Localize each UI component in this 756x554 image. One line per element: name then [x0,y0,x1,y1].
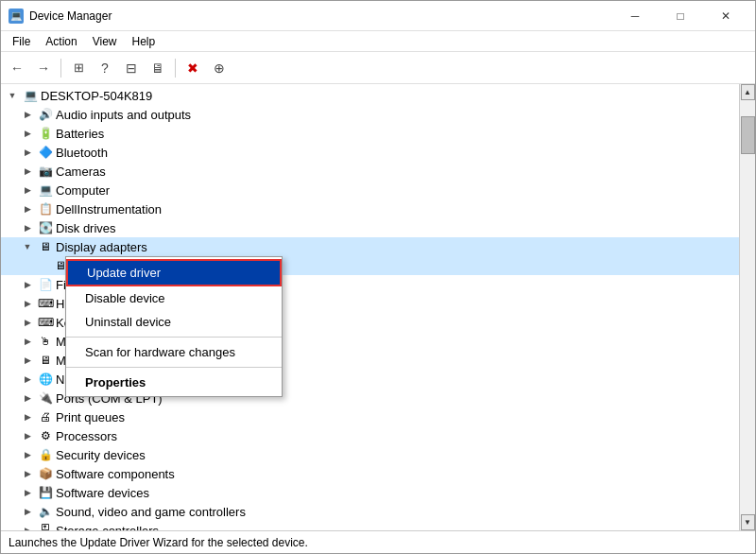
sw-devices-toggle[interactable]: ▶ [20,485,35,500]
computer-label: Computer [56,183,110,198]
menu-view[interactable]: View [85,33,125,50]
sw-devices-icon: 💾 [38,485,53,500]
toolbar-monitor[interactable]: 🖥 [146,56,170,80]
ports-toggle[interactable]: ▶ [20,390,35,406]
context-menu: Update driver Disable device Uninstall d… [65,256,283,397]
toolbar-delete[interactable]: ✖ [180,56,205,80]
tree-sound[interactable]: ▶ 🔈 Sound, video and game controllers [1,502,739,521]
sound-icon: 🔈 [38,504,53,519]
cameras-toggle[interactable]: ▶ [20,164,35,179]
network-toggle[interactable]: ▶ [20,372,35,387]
root-icon: 💻 [23,88,38,103]
dell-toggle[interactable]: ▶ [20,201,35,216]
ctx-separator-1 [66,337,282,338]
storage-toggle[interactable]: ▶ [20,523,35,530]
print-icon: 🖨 [38,409,53,424]
device-manager-window: 💻 Device Manager ─ □ ✕ File Action View … [0,0,756,554]
cameras-label: Cameras [56,164,106,179]
tree-storage[interactable]: ▶ 🗄 Storage controllers [1,521,739,530]
tree-cameras[interactable]: ▶ 📷 Cameras [1,162,739,181]
close-button[interactable]: ✕ [704,1,747,31]
audio-icon: 🔊 [38,107,53,122]
mice-toggle[interactable]: ▶ [20,334,35,349]
bluetooth-icon: 🔷 [38,145,53,160]
processors-label: Processors [56,429,117,443]
tree-disk[interactable]: ▶ 💽 Disk drives [1,218,739,237]
audio-toggle[interactable]: ▶ [20,107,35,122]
sw-devices-label: Software devices [56,486,149,500]
toolbar-add[interactable]: ⊕ [207,56,232,80]
display-label: Display adapters [56,240,147,254]
menu-bar: File Action View Help [1,31,755,52]
sw-components-toggle[interactable]: ▶ [20,466,35,481]
tree-display[interactable]: ▼ 🖥 Display adapters [1,237,739,256]
window-controls: ─ □ ✕ [613,1,747,31]
ctx-properties[interactable]: Properties [66,371,282,394]
processors-toggle[interactable]: ▶ [20,428,35,443]
ctx-disable-device[interactable]: Disable device [66,286,282,310]
display-toggle[interactable]: ▼ [20,239,35,254]
toolbar-separator-2 [175,59,176,78]
disk-toggle[interactable]: ▶ [20,220,35,235]
tree-sw-devices[interactable]: ▶ 💾 Software devices [1,483,739,502]
tree-bluetooth[interactable]: ▶ 🔷 Bluetooth [1,143,739,162]
minimize-button[interactable]: ─ [613,1,657,31]
ctx-separator-2 [66,367,282,368]
tree-sw-components[interactable]: ▶ 📦 Software components [1,464,739,483]
keyboards-toggle[interactable]: ▶ [20,315,35,330]
toolbar-grid[interactable]: ⊞ [66,56,91,80]
mice-icon: 🖱 [38,334,53,349]
tree-root[interactable]: ▼ 💻 DESKTOP-504K819 [1,86,739,105]
tree-dell[interactable]: ▶ 📋 DellInstrumentation [1,199,739,218]
menu-file[interactable]: File [5,33,38,50]
tree-batteries[interactable]: ▶ 🔋 Batteries [1,124,739,143]
bluetooth-toggle[interactable]: ▶ [20,145,35,160]
firmware-toggle[interactable]: ▶ [20,277,35,292]
scroll-down[interactable]: ▼ [741,514,755,530]
tree-processors[interactable]: ▶ ⚙ Processors [1,426,739,445]
tree-computer[interactable]: ▶ 💻 Computer [1,181,739,199]
status-text: Launches the Update Driver Wizard for th… [9,536,308,549]
dell-icon: 📋 [38,201,53,216]
menu-help[interactable]: Help [125,33,163,50]
maximize-button[interactable]: □ [659,1,702,31]
computer-toggle[interactable]: ▶ [20,182,35,198]
window-title: Device Manager [29,9,613,23]
root-label: DESKTOP-504K819 [41,89,152,103]
batteries-toggle[interactable]: ▶ [20,126,35,141]
toolbar-back[interactable]: ← [5,56,29,80]
scrollbar: ▲ ▼ [739,84,755,530]
tree-audio[interactable]: ▶ 🔊 Audio inputs and outputs [1,105,739,124]
toolbar-forward[interactable]: → [31,56,56,80]
dell-label: DellInstrumentation [56,202,162,216]
menu-action[interactable]: Action [38,33,84,50]
ctx-scan-hardware[interactable]: Scan for hardware changes [66,340,282,364]
intel-gpu-toggle [35,258,50,273]
ctx-uninstall-device[interactable]: Uninstall device [66,310,282,334]
ctx-update-driver[interactable]: Update driver [66,259,282,286]
tree-print[interactable]: ▶ 🖨 Print queues [1,407,739,426]
security-label: Security devices [56,448,146,462]
monitors-toggle[interactable]: ▶ [20,353,35,368]
toolbar-help[interactable]: ? [93,56,117,80]
toolbar-minus[interactable]: ⊟ [119,56,144,80]
computer-icon: 💻 [38,182,53,198]
sound-toggle[interactable]: ▶ [20,504,35,519]
device-tree[interactable]: ▼ 💻 DESKTOP-504K819 ▶ 🔊 Audio inputs and… [1,84,739,530]
scroll-thumb[interactable] [741,116,755,154]
hid-toggle[interactable]: ▶ [20,296,35,311]
scroll-up[interactable]: ▲ [741,84,755,100]
toolbar: ← → ⊞ ? ⊟ 🖥 ✖ ⊕ [1,52,755,84]
disk-label: Disk drives [56,221,116,235]
batteries-label: Batteries [56,127,104,141]
display-icon: 🖥 [38,239,53,254]
security-icon: 🔒 [38,447,53,462]
security-toggle[interactable]: ▶ [20,447,35,462]
app-icon: 💻 [9,9,24,24]
cameras-icon: 📷 [38,164,53,179]
root-toggle[interactable]: ▼ [5,88,20,103]
sound-label: Sound, video and game controllers [56,505,246,519]
tree-security[interactable]: ▶ 🔒 Security devices [1,445,739,464]
print-toggle[interactable]: ▶ [20,409,35,424]
sw-components-icon: 📦 [38,466,53,481]
